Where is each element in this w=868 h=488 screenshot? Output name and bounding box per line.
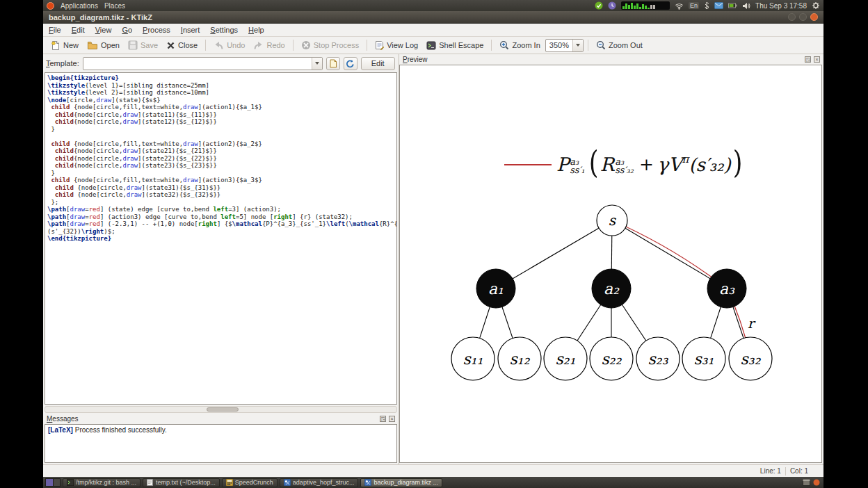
menu-process[interactable]: Process xyxy=(143,26,170,34)
undo-icon xyxy=(214,41,224,50)
code-editor[interactable]: \begin{tikzpicture}\tikzstyle{level 1}=[… xyxy=(45,72,397,405)
svg-text:s₂₂: s₂₂ xyxy=(602,350,622,368)
gnome-panel: Applications Places xyxy=(43,0,823,11)
menu-go[interactable]: Go xyxy=(122,26,132,34)
workspace-switcher[interactable] xyxy=(45,478,61,487)
clock[interactable]: Thu Sep 3 17:58 xyxy=(755,2,807,10)
scrollbar-thumb[interactable] xyxy=(207,407,239,412)
close-icon[interactable]: × xyxy=(389,416,395,422)
view-log-button[interactable]: View Log xyxy=(371,39,421,51)
close-window-button[interactable] xyxy=(810,13,818,21)
code-line: \path[draw=red] (state) edge [curve to,b… xyxy=(47,206,396,213)
horizontal-scrollbar[interactable] xyxy=(45,406,397,413)
minimize-button[interactable] xyxy=(788,13,796,21)
toolbar-separator xyxy=(367,40,367,51)
template-edit-button[interactable]: Edit xyxy=(361,57,395,70)
template-file-button[interactable] xyxy=(326,57,340,70)
menu-edit[interactable]: Edit xyxy=(72,26,85,34)
undock-icon[interactable]: ◳ xyxy=(380,416,386,422)
code-line: (s'_{32})\right)$; xyxy=(47,228,396,236)
toolbar-separator xyxy=(588,40,588,51)
stop-process-button: Stop Process xyxy=(298,39,362,51)
code-line: } xyxy=(47,126,396,133)
titlebar[interactable]: backup_diagram.tikz - KTikZ xyxy=(43,11,823,24)
window-list-icon[interactable] xyxy=(803,479,810,486)
menu-settings[interactable]: Settings xyxy=(210,26,238,34)
svg-text:s₁₂: s₁₂ xyxy=(510,350,531,368)
volume-icon[interactable] xyxy=(742,2,750,10)
menu-view[interactable]: View xyxy=(95,26,112,34)
applications-menu[interactable]: Applications xyxy=(61,2,98,10)
code-line: \path[draw=red] (-2.3,1) -- +(1,0) node[… xyxy=(47,220,396,228)
wifi-icon[interactable] xyxy=(675,2,684,10)
new-button[interactable]: New xyxy=(47,39,82,52)
keyboard-layout-indicator[interactable]: En xyxy=(689,2,699,9)
code-line: child {node[circle,draw](state31){$s_{31… xyxy=(47,184,396,192)
save-button: Save xyxy=(124,39,161,51)
calculator-icon xyxy=(226,479,233,486)
mail-icon[interactable] xyxy=(714,2,723,9)
open-button[interactable]: Open xyxy=(83,39,123,51)
stop-icon xyxy=(301,40,311,50)
maximize-button[interactable] xyxy=(799,13,807,21)
latex-tag: [LaTeX] xyxy=(48,426,73,434)
chevron-down-icon[interactable] xyxy=(312,58,322,70)
desktop: Applications Places xyxy=(43,0,823,488)
template-select[interactable] xyxy=(83,57,323,70)
code-line: }; xyxy=(47,199,396,206)
menu-file[interactable]: File xyxy=(49,26,61,34)
close-icon[interactable]: × xyxy=(814,56,820,63)
shell-escape-button[interactable]: Shell Escape xyxy=(423,40,487,51)
ktikz-icon xyxy=(364,479,371,486)
taskbar: /tmp/ktikz.git : bash ...temp.txt (~/Des… xyxy=(43,477,823,488)
text-file-icon xyxy=(147,479,154,486)
taskbar-item[interactable]: adaptive_hopf_struc... xyxy=(280,478,359,487)
screen: Applications Places xyxy=(0,0,868,488)
zoom-out-icon xyxy=(596,40,606,50)
close-button[interactable]: Close xyxy=(163,40,201,51)
notification-icon[interactable] xyxy=(813,479,820,486)
session-gear-icon[interactable] xyxy=(812,1,820,10)
zoom-in-button[interactable]: Zoom In xyxy=(496,39,543,51)
status-line: Line: 1 xyxy=(760,467,781,475)
messages-body: [LaTeX] Process finished successfully. xyxy=(45,424,397,463)
svg-text:s₂₃: s₂₃ xyxy=(648,350,669,368)
menu-insert[interactable]: Insert xyxy=(181,26,200,34)
code-line: child {node[circle,fill,text=white,draw]… xyxy=(47,140,396,148)
toolbar: NewOpenSaveCloseUndoRedoStop ProcessView… xyxy=(43,37,823,54)
svg-text:s₂₁: s₂₁ xyxy=(556,350,576,368)
save-icon xyxy=(128,40,138,50)
undock-icon[interactable]: ◳ xyxy=(805,56,811,63)
ubuntu-logo-icon[interactable] xyxy=(47,2,54,10)
main-area: Template: Edit \begin{tikzpi xyxy=(43,54,823,464)
undo-button: Undo xyxy=(210,40,248,51)
redo-icon xyxy=(253,41,264,50)
taskbar-item[interactable]: SpeedCrunch xyxy=(222,478,278,487)
battery-icon[interactable] xyxy=(728,3,737,8)
template-reload-icon[interactable] xyxy=(344,57,357,70)
menu-help[interactable]: Help xyxy=(248,26,264,34)
taskbar-item[interactable]: temp.txt (~/Desktop... xyxy=(143,478,220,487)
taskbar-item[interactable]: backup_diagram.tikz ... xyxy=(360,478,442,487)
editor-pane: Template: Edit \begin{tikzpi xyxy=(43,54,399,464)
code-line xyxy=(47,133,396,140)
backup-diagram: s a₁ a₂ a₃ s₁₁ s₁₂ s₂₁ xyxy=(400,65,820,463)
messages-header: Messages ◳ × xyxy=(43,414,399,424)
view-log-icon xyxy=(375,40,384,50)
code-line: \end{tikzpicture} xyxy=(47,235,396,243)
svg-text:s₃₂: s₃₂ xyxy=(741,350,762,368)
bluetooth-icon[interactable] xyxy=(704,1,709,10)
zoom-out-button[interactable]: Zoom Out xyxy=(593,39,646,51)
terminal-icon xyxy=(67,479,74,486)
open-icon xyxy=(87,40,98,50)
ktikz-window: backup_diagram.tikz - KTikZ FileEditView… xyxy=(43,11,823,477)
audio-meter-icon[interactable] xyxy=(621,1,670,10)
zoom-level-select[interactable]: 350% xyxy=(545,39,584,52)
code-line: child{node[circle,draw](state22){$s_{22}… xyxy=(47,155,396,163)
updates-icon[interactable] xyxy=(595,1,603,10)
toolbar-separator xyxy=(491,40,492,51)
code-line: child{node[circle,draw](state12){$s_{12}… xyxy=(47,118,396,126)
clock-app-icon[interactable] xyxy=(608,1,616,10)
taskbar-item[interactable]: /tmp/ktikz.git : bash ... xyxy=(63,478,140,487)
places-menu[interactable]: Places xyxy=(104,2,125,10)
